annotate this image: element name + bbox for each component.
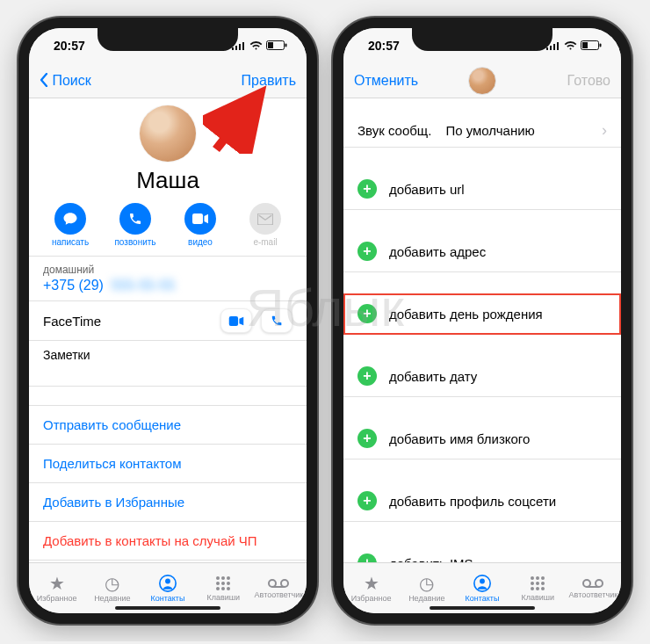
add-related-label: добавить имя близкого — [389, 431, 530, 446]
svg-rect-9 — [229, 316, 238, 326]
edit-content: Звук сообщ. По умолчанию › + добавить ur… — [343, 98, 621, 562]
video-icon — [192, 213, 208, 224]
contact-name: Маша — [29, 167, 307, 194]
email-label: e-mail — [253, 237, 277, 247]
add-date-label: добавить дату — [389, 369, 477, 384]
mail-icon — [257, 213, 273, 225]
add-ims-row[interactable]: + добавить IMS — [343, 543, 621, 562]
nav-avatar[interactable] — [468, 67, 496, 95]
contact-icon — [159, 575, 177, 592]
plus-icon: + — [358, 179, 377, 199]
home-indicator — [430, 606, 535, 610]
star-icon: ★ — [49, 575, 65, 592]
message-label: написать — [52, 237, 89, 247]
svg-point-21 — [269, 580, 276, 587]
facetime-label: FaceTime — [43, 314, 101, 329]
svg-point-12 — [216, 576, 220, 580]
svg-point-32 — [480, 578, 485, 583]
svg-point-40 — [536, 587, 539, 590]
svg-rect-3 — [242, 42, 244, 50]
voicemail-icon — [268, 578, 289, 589]
tab-voicemail[interactable]: Автоответчик — [566, 563, 621, 613]
svg-rect-27 — [557, 42, 559, 50]
wifi-icon — [564, 41, 577, 51]
message-icon — [62, 211, 78, 227]
video-action[interactable]: видео — [177, 203, 223, 247]
add-url-label: добавить url — [389, 182, 465, 197]
message-sound-value: По умолчанию — [445, 123, 602, 138]
message-sound-row[interactable]: Звук сообщ. По умолчанию › — [343, 114, 621, 148]
plus-icon: + — [358, 242, 377, 261]
tab-favorites-label: Избранное — [37, 594, 77, 603]
facetime-audio-button[interactable] — [261, 308, 292, 333]
tab-favorites-label: Избранное — [351, 594, 392, 603]
home-indicator — [115, 606, 220, 610]
svg-point-39 — [531, 587, 534, 590]
facetime-video-button[interactable] — [220, 308, 252, 333]
battery-icon — [266, 40, 287, 51]
clock-icon: ◷ — [105, 575, 119, 592]
nav-bar: Поиск Править — [29, 63, 307, 98]
cancel-button[interactable]: Отменить — [354, 73, 418, 89]
plus-icon: + — [358, 304, 377, 323]
call-action[interactable]: позвонить — [112, 203, 158, 247]
svg-point-18 — [216, 587, 220, 590]
avatar[interactable] — [140, 105, 196, 162]
contact-icon — [473, 575, 491, 592]
tab-voicemail[interactable]: Автоответчик — [251, 563, 307, 613]
plus-icon: + — [358, 554, 377, 562]
add-url-row[interactable]: + добавить url — [343, 169, 621, 210]
tab-favorites[interactable]: ★Избранное — [29, 563, 84, 613]
plus-icon: + — [358, 491, 377, 510]
add-related-row[interactable]: + добавить имя близкого — [343, 418, 621, 459]
add-date-row[interactable]: + добавить дату — [343, 356, 621, 397]
svg-point-16 — [221, 582, 225, 585]
star-icon: ★ — [364, 575, 379, 592]
svg-point-37 — [536, 582, 539, 585]
svg-rect-6 — [285, 44, 287, 47]
add-birthday-label: добавить день рождения — [389, 307, 543, 322]
send-message-link[interactable]: Отправить сообщение — [29, 406, 307, 445]
email-action: e-mail — [242, 203, 288, 247]
plus-icon: + — [358, 366, 377, 386]
add-social-row[interactable]: + добавить профиль соцсети — [343, 481, 621, 522]
status-time: 20:57 — [368, 39, 400, 53]
contact-content: Маша написать позвонить видео — [29, 98, 307, 562]
add-emergency-link[interactable]: Добавить в контакты на случай ЧП — [29, 522, 307, 561]
message-action[interactable]: написать — [47, 203, 93, 247]
add-birthday-row[interactable]: + добавить день рождения — [343, 293, 621, 335]
edit-button[interactable]: Править — [242, 73, 296, 89]
back-button[interactable]: Поиск — [40, 73, 91, 89]
svg-point-34 — [536, 576, 539, 580]
tab-favorites[interactable]: ★Избранное — [343, 563, 399, 613]
svg-point-17 — [227, 582, 230, 585]
device-right: 20:57 Отменить Готово Звук сообщ. По умо… — [333, 18, 632, 624]
wifi-icon — [249, 41, 263, 51]
svg-point-41 — [541, 587, 545, 590]
notch — [412, 28, 552, 51]
done-button: Готово — [567, 73, 610, 89]
notes-cell[interactable]: Заметки — [29, 341, 307, 387]
share-contact-link[interactable]: Поделиться контактом — [29, 445, 307, 483]
svg-point-19 — [221, 587, 225, 590]
tab-contacts-label: Контакты — [151, 594, 185, 603]
svg-rect-25 — [550, 46, 552, 50]
svg-rect-29 — [582, 42, 588, 48]
svg-rect-2 — [239, 44, 241, 50]
battery-icon — [581, 40, 602, 51]
tab-keypad-label: Клавиши — [521, 593, 554, 602]
facetime-cell: FaceTime — [29, 301, 307, 341]
svg-point-33 — [531, 576, 534, 580]
phone-visible: +375 (29) — [43, 278, 104, 293]
tab-voicemail-label: Автоответчик — [569, 590, 618, 599]
tab-voicemail-label: Автоответчик — [255, 590, 304, 599]
tab-keypad-label: Клавиши — [206, 593, 240, 602]
phone-blurred: 555-55-55 — [111, 278, 175, 293]
phone-cell[interactable]: домашний +375 (29) 555-55-55 — [29, 257, 307, 301]
svg-point-35 — [541, 576, 545, 580]
add-address-row[interactable]: + добавить адрес — [343, 231, 621, 272]
device-left: 20:57 Поиск Править — [18, 18, 317, 624]
svg-point-42 — [583, 580, 590, 587]
chevron-right-icon: › — [602, 121, 607, 140]
add-favorite-link[interactable]: Добавить в Избранные — [29, 483, 307, 522]
